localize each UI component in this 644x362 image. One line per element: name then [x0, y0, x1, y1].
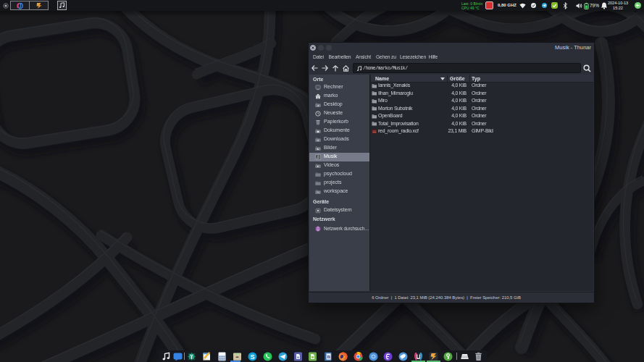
svg-text:S: S	[250, 353, 254, 360]
